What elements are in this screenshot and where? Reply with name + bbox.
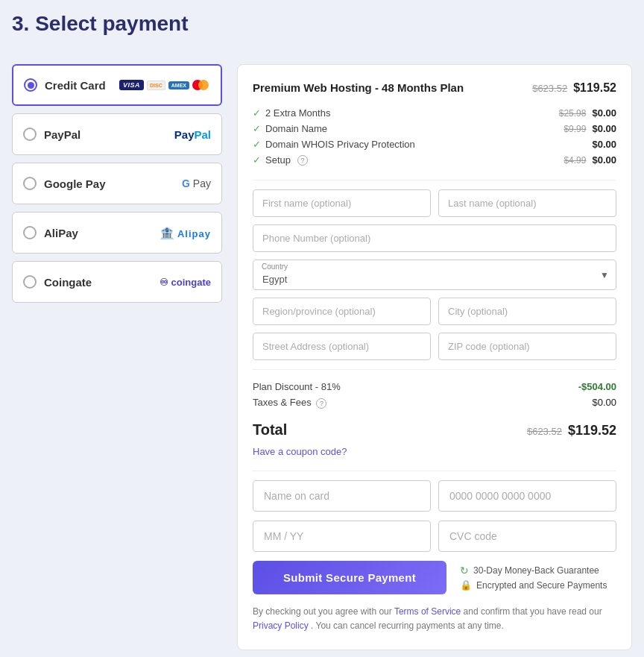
check-icon: ✓ <box>253 154 261 166</box>
radio-credit-card <box>24 78 37 92</box>
discount-row: Plan Discount - 81% -$504.00 <box>253 379 616 394</box>
total-prices: $623.52 $119.52 <box>527 423 616 438</box>
credit-card-label: Credit Card <box>45 79 112 92</box>
feature-new-price: $0.00 <box>592 139 616 150</box>
country-label: Country <box>262 263 288 271</box>
zip-input[interactable] <box>438 333 616 360</box>
last-name-field[interactable] <box>438 189 616 217</box>
first-name-input[interactable] <box>253 189 431 217</box>
payment-options-sidebar: Credit Card VISA DISC AMEX PayPal PayPal <box>12 64 222 650</box>
alipay-icons: 🏦 Alipay <box>160 226 211 240</box>
discount-value: -$504.00 <box>578 381 616 392</box>
mastercard-icon <box>192 79 210 91</box>
name-row <box>253 189 616 217</box>
coupon-link[interactable]: Have a coupon code? <box>253 446 616 457</box>
phone-field[interactable] <box>253 224 616 252</box>
check-icon: ✓ <box>253 107 261 119</box>
total-new-price: $119.52 <box>568 423 616 438</box>
guarantee-area: ↻ 30-Day Money-Back Guarantee 🔒 Encrypte… <box>460 565 607 591</box>
feature-old-price: $25.98 <box>559 108 587 119</box>
check-icon: ✓ <box>253 123 261 134</box>
feature-new-price: $0.00 <box>592 123 616 134</box>
radio-coingate <box>23 275 37 289</box>
phone-input[interactable] <box>253 224 616 252</box>
money-back-guarantee: ↻ 30-Day Money-Back Guarantee <box>460 565 607 576</box>
radio-paypal <box>23 128 37 141</box>
card-name-input[interactable] <box>253 480 431 512</box>
visa-icon: VISA <box>119 80 144 90</box>
guarantee-text: 30-Day Money-Back Guarantee <box>473 565 599 576</box>
country-field[interactable]: Country Egypt United States United Kingd… <box>253 260 616 290</box>
radio-alipay <box>23 226 37 239</box>
card-expiry-input[interactable] <box>253 521 431 552</box>
discount-label: Plan Discount - 81% <box>253 381 341 392</box>
taxes-row: Taxes & Fees ? $0.00 <box>253 394 616 411</box>
payment-option-alipay[interactable]: AliPay 🏦 Alipay <box>12 212 222 254</box>
feature-new-price: $0.00 <box>592 107 616 119</box>
feature-list: ✓ 2 Extra Months $25.98 $0.00 ✓ Domain N… <box>253 105 616 168</box>
country-row: Country Egypt United States United Kingd… <box>253 260 616 290</box>
submit-row: Submit Secure Payment ↻ 30-Day Money-Bac… <box>253 561 616 594</box>
alipay-label: AliPay <box>44 227 152 239</box>
plan-header: Premium Web Hosting - 48 Months Plan $62… <box>253 81 616 95</box>
feature-setup: ✓ Setup ? $4.99 $0.00 <box>253 152 616 168</box>
lock-icon: 🔒 <box>460 579 472 591</box>
coingate-label: Coingate <box>44 276 152 289</box>
paypal-label: PayPal <box>44 128 167 141</box>
region-input[interactable] <box>253 298 431 325</box>
zip-field[interactable] <box>438 333 616 360</box>
city-field[interactable] <box>438 298 616 325</box>
google-pay-label: Google Pay <box>44 177 174 190</box>
radio-google-pay <box>23 177 37 190</box>
coingate-logo-icon: ♾ coingate <box>160 277 211 288</box>
address-zip-row <box>253 333 616 360</box>
divider <box>253 180 616 180</box>
total-section: Total $623.52 $119.52 <box>253 421 616 438</box>
street-field[interactable] <box>253 333 431 360</box>
secure-text: Encrypted and Secure Payments <box>476 580 607 591</box>
page-title: 3. Select payment <box>0 0 644 36</box>
phone-row <box>253 224 616 252</box>
first-name-field[interactable] <box>253 189 431 217</box>
payment-option-coingate[interactable]: Coingate ♾ coingate <box>12 261 222 303</box>
divider-3 <box>253 471 616 471</box>
street-input[interactable] <box>253 333 431 360</box>
paypal-logo-icon: PayPal <box>174 128 211 141</box>
payment-option-google-pay[interactable]: Google Pay G Pay <box>12 163 222 204</box>
feature-name: Domain WHOIS Privacy Protection <box>265 139 415 150</box>
total-label: Total <box>253 421 287 438</box>
card-number-input[interactable] <box>438 480 616 512</box>
plan-price: $623.52 $119.52 <box>532 81 616 95</box>
google-pay-icons: G Pay <box>182 177 211 189</box>
feature-extra-months: ✓ 2 Extra Months $25.98 $0.00 <box>253 105 616 121</box>
terms-of-service-link[interactable]: Terms of Service <box>394 606 461 617</box>
privacy-policy-link[interactable]: Privacy Policy <box>253 620 309 631</box>
region-city-row <box>253 298 616 325</box>
feature-name: Domain Name <box>265 123 327 134</box>
gpay-logo-icon: G Pay <box>182 177 211 189</box>
region-field[interactable] <box>253 298 431 325</box>
feature-name: Setup <box>265 154 291 166</box>
paypal-icons: PayPal <box>174 128 211 141</box>
last-name-input[interactable] <box>438 189 616 217</box>
city-input[interactable] <box>438 298 616 325</box>
taxes-help-icon[interactable]: ? <box>316 398 326 409</box>
plan-old-price: $623.52 <box>532 83 567 94</box>
submit-payment-button[interactable]: Submit Secure Payment <box>253 561 446 594</box>
plan-name: Premium Web Hosting - 48 Months Plan <box>253 81 464 94</box>
total-old-price: $623.52 <box>527 426 562 437</box>
refresh-icon: ↻ <box>460 565 469 576</box>
payment-option-paypal[interactable]: PayPal PayPal <box>12 113 222 155</box>
setup-help-icon[interactable]: ? <box>297 155 308 166</box>
feature-domain-name: ✓ Domain Name $9.99 $0.00 <box>253 121 616 136</box>
feature-name: 2 Extra Months <box>265 107 330 119</box>
feature-whois: ✓ Domain WHOIS Privacy Protection $0.00 <box>253 136 616 152</box>
secure-payments: 🔒 Encrypted and Secure Payments <box>460 579 607 591</box>
card-expiry-cvc-row <box>253 521 616 552</box>
payment-option-credit-card[interactable]: Credit Card VISA DISC AMEX <box>12 64 222 106</box>
feature-old-price: $9.99 <box>564 124 586 134</box>
country-select[interactable]: Egypt United States United Kingdom <box>253 260 616 290</box>
card-cvc-input[interactable] <box>438 521 616 552</box>
feature-old-price: $4.99 <box>564 155 586 166</box>
taxes-label: Taxes & Fees ? <box>253 397 326 409</box>
